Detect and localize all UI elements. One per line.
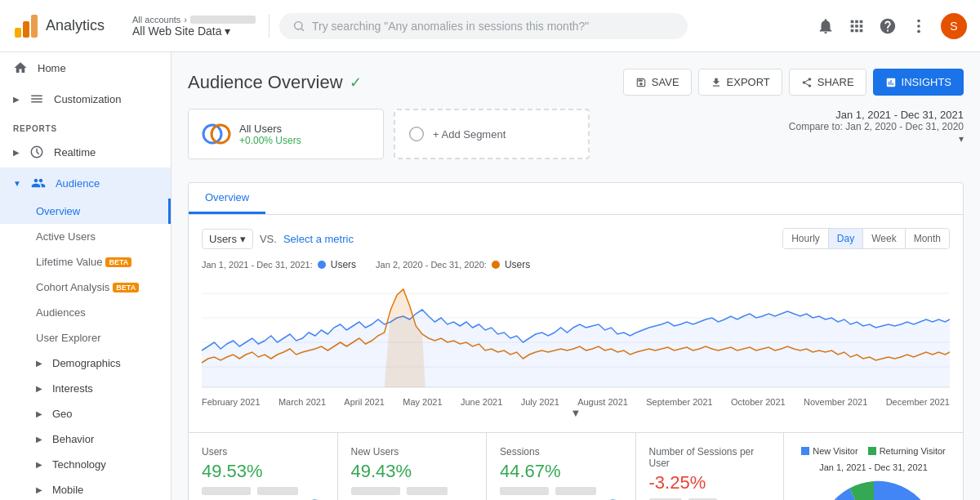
stats-grid-row1: Users 49.53% New Users 49.43% (188, 433, 784, 500)
segment-circles-icon (202, 119, 231, 149)
expand-icon: ▶ (36, 384, 42, 393)
blurred-4 (407, 487, 448, 495)
vs-label: VS. (260, 233, 277, 245)
insights-button[interactable]: INSIGHTS (873, 69, 964, 96)
svg-rect-1 (23, 21, 29, 38)
segment-info: All Users +0.00% Users (239, 123, 301, 146)
share-icon (801, 77, 813, 88)
sidebar-sub-lifetime-value[interactable]: Lifetime Value BETA (0, 249, 171, 275)
beta-badge: BETA (105, 257, 131, 267)
top-header: Analytics All accounts › All Web Site Da… (0, 0, 980, 52)
share-button[interactable]: SHARE (789, 69, 866, 96)
sidebar-sub-demographics[interactable]: ▶ Demographics (0, 350, 171, 376)
stat-sessions-per-user-label: Number of Sessions per User (649, 446, 771, 469)
segment-name: All Users (239, 123, 301, 135)
sidebar-sub-technology[interactable]: ▶ Technology (0, 452, 171, 477)
search-bar[interactable]: Try searching "Any anomalies in sessions… (279, 13, 688, 39)
stats-section: Users 49.53% New Users 49.43% (188, 433, 784, 500)
svg-point-6 (917, 29, 920, 33)
expand-icon: ▶ (36, 460, 42, 469)
svg-point-12 (410, 127, 424, 141)
time-btn-hourly[interactable]: Hourly (783, 229, 829, 248)
bottom-section: Users 49.53% New Users 49.43% (188, 433, 964, 500)
expand-icon: ▶ (36, 409, 42, 418)
svg-rect-0 (15, 28, 21, 38)
stat-users-value: 49.53% (202, 461, 324, 482)
x-label-6: August 2021 (577, 397, 628, 407)
page-title-area: Audience Overview ✓ (188, 72, 362, 93)
time-btn-month[interactable]: Month (906, 229, 949, 248)
sidebar-item-realtime[interactable]: ▶ Realtime (0, 136, 171, 167)
date-range-area[interactable]: Jan 1, 2021 - Dec 31, 2021 Compare to: J… (789, 109, 964, 145)
realtime-label: Realtime (54, 146, 96, 158)
chart-expand-arrow[interactable]: ▼ (202, 407, 950, 419)
x-label-0: February 2021 (202, 397, 261, 407)
sidebar-sub-interests[interactable]: ▶ Interests (0, 376, 171, 401)
sidebar-sub-cohort[interactable]: Cohort Analysis BETA (0, 275, 171, 300)
blurred-2 (257, 487, 298, 495)
sidebar-item-customization[interactable]: ▶ Customization (0, 83, 171, 114)
blurred-3 (351, 487, 400, 495)
sidebar-item-home[interactable]: Home (0, 52, 171, 83)
stat-users-label: Users (202, 446, 324, 458)
svg-point-5 (917, 25, 920, 28)
expand-icon: ▶ (36, 359, 42, 368)
pie-chart: 92.2% 7.8% (813, 479, 935, 500)
x-label-5: July 2021 (521, 397, 559, 407)
stat-new-users-numbers (351, 487, 474, 495)
sidebar-sub-behavior[interactable]: ▶ Behavior (0, 426, 171, 452)
sidebar-sub-user-explorer[interactable]: User Explorer (0, 325, 171, 350)
tab-bar: Overview (188, 182, 964, 215)
sidebar-sub-active-users[interactable]: Active Users (0, 224, 171, 249)
date2-label: Jan 2, 2020 - Dec 31, 2020: (376, 260, 487, 270)
account-redacted (190, 16, 256, 24)
chart-svg-container: February 2021 March 2021 April 2021 May … (202, 277, 950, 419)
expand-icon: ▶ (36, 485, 42, 494)
stat-users-numbers (202, 487, 324, 495)
sidebar-sub-audiences[interactable]: Audiences (0, 300, 171, 325)
cohort-beta-badge: BETA (113, 283, 139, 292)
sidebar-sub-overview[interactable]: Overview (0, 199, 171, 224)
expand-icon: ▶ (13, 95, 20, 104)
new-visitor-color (801, 447, 809, 455)
pie-title: Jan 1, 2021 - Dec 31, 2021 (819, 462, 928, 472)
time-btn-day[interactable]: Day (829, 229, 863, 248)
page-actions: SAVE EXPORT SHARE INSIGHTS (623, 69, 964, 96)
all-users-segment[interactable]: All Users +0.00% Users (188, 109, 384, 159)
notifications-icon[interactable] (817, 17, 835, 35)
account-name[interactable]: All Web Site Data ▾ (132, 25, 256, 38)
select-metric[interactable]: Select a metric (283, 233, 354, 245)
x-label-3: May 2021 (403, 397, 442, 407)
save-button[interactable]: SAVE (623, 69, 692, 96)
stat-sessions-value: 44.67% (500, 461, 622, 482)
home-label: Home (38, 62, 66, 74)
apps-icon[interactable] (848, 17, 866, 35)
segment-date-row: All Users +0.00% Users + Add Segment Jan… (188, 109, 964, 172)
account-selector[interactable]: All accounts › All Web Site Data ▾ (119, 15, 270, 38)
add-segment-button[interactable]: + Add Segment (394, 109, 590, 159)
metric-dropdown[interactable]: Users ▾ (202, 229, 253, 249)
main-content: Audience Overview ✓ SAVE EXPORT SHARE (172, 52, 980, 500)
more-icon[interactable] (910, 17, 928, 35)
help-icon[interactable] (879, 17, 897, 35)
sidebar-sub-geo[interactable]: ▶ Geo (0, 401, 171, 426)
date-compare: Compare to: Jan 2, 2020 - Dec 31, 2020 (789, 121, 964, 132)
page-header: Audience Overview ✓ SAVE EXPORT SHARE (188, 69, 964, 96)
export-icon (710, 77, 722, 88)
tab-overview[interactable]: Overview (189, 183, 265, 214)
chart-container: Users ▾ VS. Select a metric Hourly Day W… (188, 215, 964, 433)
time-btn-week[interactable]: Week (863, 229, 905, 248)
pie-section: New Visitor Returning Visitor Jan 1, 202… (784, 433, 964, 500)
avatar[interactable]: S (941, 13, 967, 39)
export-button[interactable]: EXPORT (698, 69, 782, 96)
logo-area: Analytics (13, 13, 119, 39)
x-label-2: April 2021 (344, 397, 385, 407)
sidebar-sub-mobile[interactable]: ▶ Mobile (0, 477, 171, 500)
pie-legend-returning: Returning Visitor (868, 446, 946, 456)
svg-rect-2 (31, 15, 38, 38)
expand-icon: ▶ (13, 148, 20, 157)
dropdown-arrow: ▾ (240, 233, 246, 245)
segment-bar: All Users +0.00% Users + Add Segment (188, 109, 590, 159)
page-title: Audience Overview (188, 72, 343, 93)
sidebar-item-audience[interactable]: ▼ Audience (0, 167, 171, 199)
